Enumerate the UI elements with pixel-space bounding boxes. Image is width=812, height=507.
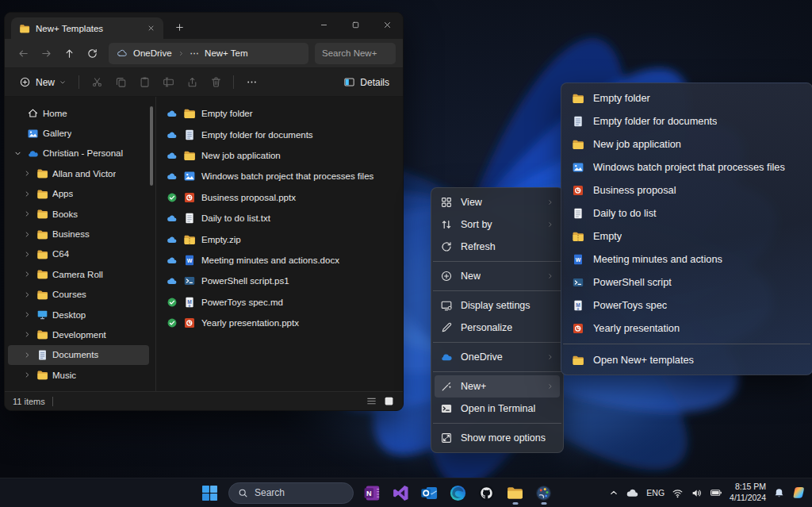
taskbar-app-paint[interactable] — [532, 480, 555, 505]
sidebar-item-desktop[interactable]: Desktop — [8, 305, 149, 325]
flyout-item-open-new-templates[interactable]: Open New+ templates — [565, 348, 809, 371]
context-menu-item-open-in-terminal[interactable]: Open in Terminal — [435, 398, 560, 420]
clock[interactable]: 8:15 PM 4/11/2024 — [730, 482, 766, 503]
notifications-bell-icon[interactable] — [773, 487, 785, 499]
context-menu-item-personalize[interactable]: Personalize — [435, 317, 560, 339]
tab-close-icon[interactable] — [144, 21, 158, 36]
file-row-new-job-application[interactable]: New job application — [167, 145, 403, 166]
sidebar-item-christian-personal[interactable]: Christian - Personal — [8, 144, 149, 163]
flyout-item-powershell-script[interactable]: PowerShell script — [565, 271, 809, 294]
file-row-empty-folder-for-documents[interactable]: Empty folder for documents — [167, 124, 403, 144]
sidebar-item-business[interactable]: Business — [8, 224, 149, 244]
sidebar-item-books[interactable]: Books — [8, 204, 149, 224]
onedrive-tray-icon[interactable] — [626, 486, 639, 500]
refresh-button[interactable] — [81, 42, 104, 64]
breadcrumb-segment-ellipsis[interactable]: ⋯ — [190, 48, 200, 59]
flyout-item-empty-folder-for-documents[interactable]: Empty folder for documents — [565, 109, 809, 133]
battery-icon[interactable] — [710, 486, 722, 499]
flyout-item-empty-folder[interactable]: Empty folder — [565, 86, 809, 109]
cut-icon — [91, 76, 103, 88]
minimize-button[interactable] — [308, 13, 339, 36]
sidebar-item-c64[interactable]: C64 — [8, 244, 149, 264]
file-row-windows-batch-project-that-processes-files[interactable]: Windows batch project that processes fil… — [167, 166, 403, 186]
chevron-right-icon — [22, 249, 33, 259]
file-row-powertoys-spec-md[interactable]: M PowerToys spec.md — [167, 292, 403, 313]
file-row-empty-folder[interactable]: Empty folder — [167, 103, 403, 124]
sidebar-item-gallery[interactable]: Gallery — [8, 123, 149, 143]
sidebar-item-music[interactable]: Music — [8, 365, 149, 385]
taskbar-app-file-explorer[interactable] — [504, 480, 527, 505]
flyout-item-yearly-presentation[interactable]: Yearly presentation — [565, 317, 809, 340]
flyout-item-powertoys-spec[interactable]: M PowerToys spec — [565, 294, 809, 317]
trash-button[interactable] — [204, 71, 228, 94]
new-tab-button[interactable] — [170, 17, 189, 36]
context-menu-item-onedrive[interactable]: OneDrive — [435, 346, 560, 368]
copy-button[interactable] — [109, 71, 132, 94]
breadcrumb-segment-onedrive[interactable]: OneDrive — [133, 48, 172, 58]
context-menu-item-new[interactable]: New+ — [435, 375, 560, 398]
taskbar-app-visual-studio[interactable] — [389, 480, 412, 505]
menu-item-label: Empty folder for documents — [593, 115, 717, 127]
file-row-meeting-minutes-and-actions-docx[interactable]: W Meeting minutes and actions.docx — [167, 250, 403, 271]
sidebar-item-documents[interactable]: Documents — [8, 345, 149, 365]
taskbar-search[interactable]: Search — [228, 482, 354, 504]
file-row-empty-zip[interactable]: Empty.zip — [167, 229, 403, 249]
dots-button[interactable] — [239, 71, 263, 94]
taskbar-app-edge[interactable] — [446, 480, 469, 505]
rename-button[interactable] — [156, 71, 180, 94]
chevron-right-icon — [22, 209, 33, 219]
sidebar-item-home[interactable]: Home — [8, 103, 149, 123]
share-button[interactable] — [180, 71, 204, 94]
up-button[interactable] — [58, 42, 81, 64]
details-view-icon[interactable] — [366, 395, 377, 407]
wifi-icon[interactable] — [672, 487, 684, 499]
flyout-item-business-proposal[interactable]: Business proposal — [565, 179, 809, 202]
forward-button[interactable] — [35, 42, 58, 64]
tray-overflow-icon[interactable] — [609, 488, 619, 497]
details-button[interactable]: Details — [337, 71, 396, 94]
context-menu-item-view[interactable]: View — [435, 191, 560, 213]
context-menu-item-display-settings[interactable]: Display settings — [435, 294, 560, 317]
taskbar-app-outlook[interactable] — [418, 480, 441, 505]
file-row-daily-to-do-list-txt[interactable]: Daily to do list.txt — [167, 208, 403, 229]
copilot-icon[interactable] — [792, 486, 806, 500]
sidebar-item-apps[interactable]: Apps — [8, 184, 149, 204]
context-menu-item-sort-by[interactable]: Sort by — [435, 213, 560, 236]
start-button[interactable] — [197, 481, 221, 505]
tab-new-templates[interactable]: New+ Templates — [11, 17, 163, 39]
flyout-item-new-job-application[interactable]: New job application — [565, 133, 809, 156]
flyout-item-meeting-minutes-and-actions[interactable]: W Meeting minutes and actions — [565, 248, 809, 271]
file-row-business-proposal-pptx[interactable]: Business proposal.pptx — [167, 187, 403, 208]
maximize-button[interactable] — [339, 13, 371, 36]
context-menu-item-refresh[interactable]: Refresh — [435, 236, 560, 258]
sidebar-item-label: Allan and Victor — [52, 169, 116, 179]
sidebar-item-label: C64 — [52, 249, 69, 259]
folder-doc-icon — [572, 115, 584, 128]
paste-button[interactable] — [132, 71, 156, 94]
new-button[interactable]: New — [12, 71, 73, 94]
context-menu-item-new[interactable]: New — [435, 265, 560, 287]
taskbar-app-onenote[interactable]: N — [361, 480, 384, 505]
language-indicator[interactable]: ENG — [646, 488, 665, 497]
flyout-item-empty[interactable]: Empty — [565, 225, 809, 248]
file-row-powershell-script-ps1[interactable]: PowerShell script.ps1 — [167, 271, 403, 291]
back-button[interactable] — [12, 42, 35, 64]
sidebar-item-camera-roll[interactable]: Camera Roll — [8, 264, 149, 284]
sidebar-scrollbar[interactable] — [150, 106, 153, 186]
close-button[interactable] — [371, 13, 403, 36]
submenu-chevron-icon — [546, 198, 554, 206]
sidebar-item-allan-and-victor[interactable]: Allan and Victor — [8, 163, 149, 183]
search-input[interactable]: Search New+ — [315, 43, 396, 64]
sidebar-item-courses[interactable]: Courses — [8, 285, 149, 305]
taskbar-app-github[interactable] — [475, 480, 498, 505]
chevron-right-icon — [22, 229, 33, 240]
large-icons-view-icon[interactable] — [383, 395, 395, 407]
cut-button[interactable] — [85, 71, 109, 94]
volume-icon[interactable] — [691, 487, 703, 499]
breadcrumb-segment-new-tem[interactable]: New+ Tem — [205, 48, 247, 58]
file-row-yearly-presentation-pptx[interactable]: Yearly presentation.pptx — [167, 313, 403, 333]
context-menu-item-show-more-options[interactable]: Show more options — [435, 427, 560, 449]
flyout-item-windows-batch-project-that-processes-files[interactable]: Windows batch project that processes fil… — [565, 156, 809, 179]
sidebar-item-development[interactable]: Development — [8, 325, 149, 344]
flyout-item-daily-to-do-list[interactable]: Daily to do list — [565, 202, 809, 225]
